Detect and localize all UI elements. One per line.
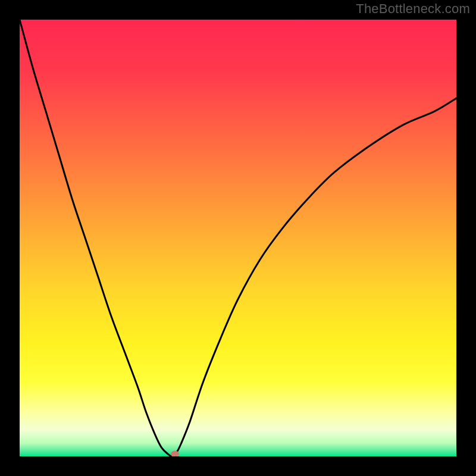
optimal-marker (171, 451, 179, 456)
chart-frame: TheBottleneck.com (0, 0, 476, 476)
plot-area (20, 20, 456, 456)
bottleneck-curve (20, 20, 456, 456)
watermark-text: TheBottleneck.com (356, 1, 470, 17)
